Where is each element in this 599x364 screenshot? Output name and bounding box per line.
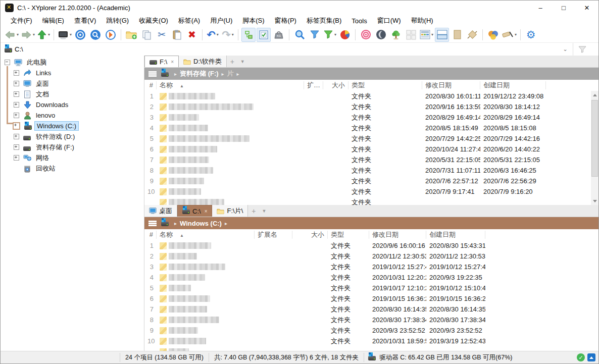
file-name-redacted[interactable] [157, 199, 304, 205]
menu-item-12[interactable]: 窗口(W) [372, 15, 406, 26]
forward-button[interactable]: ▾ [20, 28, 35, 42]
tree-item-label[interactable]: lenovo [33, 111, 58, 120]
address-input[interactable]: C:\ [15, 45, 23, 53]
tree-item-label[interactable]: 桌面 [33, 78, 52, 89]
highlight-roller-button[interactable]: ▾ [501, 28, 517, 42]
tree-item-资料存储-f-[interactable]: 资料存储 (F:) [1, 142, 144, 152]
breadcrumb-menu-icon[interactable] [148, 71, 157, 77]
file-name-redacted[interactable] [157, 338, 255, 345]
file-row[interactable]: 9文件夹2020/9/3 23:52:522020/9/3 23:52:52 [144, 325, 598, 336]
column-header-size[interactable]: 大小 [323, 81, 348, 89]
file-row[interactable]: 9文件夹2020/7/6 22:57:122020/7/6 22:56:29 [144, 176, 598, 186]
file-name-redacted[interactable] [157, 327, 255, 334]
tab-list-dropdown-icon[interactable]: ▼ [259, 205, 269, 217]
expander-plus-icon[interactable] [14, 113, 19, 118]
tree-item-文档[interactable]: 文档 [1, 89, 144, 99]
checkbox-mode-button[interactable] [257, 28, 271, 42]
tree-item-网络[interactable]: 网络 [1, 152, 144, 163]
tab-label[interactable]: 桌面 [159, 206, 172, 216]
file-name-redacted[interactable] [157, 264, 255, 271]
new-tab-button[interactable]: + [227, 56, 238, 67]
undo-button[interactable]: ↶▾ [206, 28, 220, 42]
column-header-ext[interactable]: 扩… [304, 81, 323, 89]
file-row-partial[interactable] [144, 346, 598, 351]
menu-item-1[interactable]: 文件(F) [6, 15, 37, 26]
file-name-redacted[interactable] [157, 295, 255, 302]
tab-close-icon[interactable]: × [171, 59, 174, 65]
file-name-redacted[interactable] [157, 114, 304, 121]
live-search-button[interactable] [292, 28, 307, 42]
live-filter-box[interactable] [573, 46, 598, 53]
menu-item-8[interactable]: 脚本(S) [237, 15, 269, 26]
menu-item-2[interactable]: 编辑(E) [37, 15, 69, 26]
statistics-button[interactable] [338, 28, 352, 42]
goto-button[interactable] [104, 28, 118, 42]
file-row[interactable]: 7文件夹2020/8/30 16:14:352020/8/30 16:14:35 [144, 304, 598, 315]
file-name-redacted[interactable] [157, 146, 304, 153]
top-scrollbar[interactable] [591, 91, 598, 205]
filter-button[interactable] [308, 28, 322, 42]
tree-item-回收站[interactable]: 回收站 [1, 163, 144, 174]
tree-item-windows-c-[interactable]: Windows (C:) [1, 121, 144, 131]
tree-item-此电脑[interactable]: 此电脑 [1, 57, 144, 68]
file-name-redacted[interactable] [157, 274, 255, 281]
tree-item-label[interactable]: 回收站 [33, 163, 58, 174]
tree-toggle-button[interactable] [241, 28, 256, 42]
file-row[interactable]: 5文件夹2020/7/29 14:42:252020/7/29 14:42:16 [144, 133, 598, 144]
menu-item-3[interactable]: 查看(V) [69, 15, 101, 26]
file-row[interactable]: 2文件夹2020/9/16 16:13:592020/8/30 18:14:12 [144, 101, 598, 112]
file-row[interactable]: 7文件夹2020/5/31 22:15:052020/5/31 22:15:05 [144, 154, 598, 165]
up-button[interactable]: ▾ [36, 28, 51, 42]
address-dropdown-chevron-icon[interactable]: ⌄ [558, 46, 573, 53]
file-row[interactable]: 10文件夹2020/7/9 9:17:412020/7/9 9:16:20 [144, 186, 598, 197]
redo-button[interactable]: ↷▾ [221, 28, 235, 42]
column-header-name[interactable]: 名称▲ [157, 81, 304, 89]
expander-plus-icon[interactable] [14, 102, 19, 108]
file-row[interactable]: 3文件夹2020/8/29 16:49:142020/8/29 16:49:14 [144, 112, 598, 123]
column-header-mod[interactable]: 修改日期 [422, 81, 480, 89]
breadcrumb-segment[interactable]: Windows (C:) [180, 220, 222, 227]
details-view-button[interactable]: ▾ [419, 28, 434, 42]
menu-item-13[interactable]: 帮助(H) [406, 15, 438, 26]
tree-item-label[interactable]: Links [33, 68, 54, 78]
file-row-partial[interactable]: 文件夹 [144, 197, 598, 205]
expander-plus-icon[interactable] [14, 134, 19, 139]
maximize-button[interactable]: □ [552, 1, 575, 15]
tab-c-[interactable]: C:\× [177, 205, 212, 217]
tab-close-icon[interactable]: × [205, 209, 208, 214]
file-row[interactable]: 6文件夹2019/10/15 16:36:242019/10/15 16:36:… [144, 293, 598, 304]
minimize-button[interactable]: – [529, 1, 552, 15]
configuration-button[interactable]: ⚙ [524, 28, 538, 42]
tab-list-dropdown-icon[interactable]: ▼ [238, 56, 247, 67]
tree-item-label[interactable]: 文档 [33, 89, 52, 100]
file-row[interactable]: 10文件夹2020/10/31 18:59:502019/3/19 12:52:… [144, 336, 598, 346]
color-filter-button[interactable] [486, 28, 500, 42]
dropdown-caret-icon[interactable]: ▾ [431, 32, 433, 37]
file-name-redacted[interactable] [157, 178, 304, 185]
file-name-redacted[interactable] [157, 242, 255, 249]
cut-button[interactable]: ✂ [155, 28, 169, 42]
spot-and-jump-button[interactable] [359, 28, 373, 42]
delete-button[interactable]: ✖ [185, 28, 199, 42]
tree-item-links[interactable]: Links [1, 68, 144, 78]
dropdown-caret-icon[interactable]: ▾ [48, 32, 50, 37]
tab-f-片-[interactable]: F:\片\ [212, 205, 248, 217]
tab-label[interactable]: D:\软件类 [193, 57, 222, 66]
tab-桌面[interactable]: 桌面 [144, 205, 177, 217]
column-header-type[interactable]: 类型 [348, 81, 422, 89]
file-name-redacted[interactable] [157, 306, 255, 313]
tab-label[interactable]: C:\ [192, 207, 201, 215]
file-name-redacted[interactable] [157, 125, 304, 132]
calc-size-button[interactable]: KG [272, 28, 286, 42]
find-files-button[interactable] [88, 28, 103, 42]
file-row[interactable]: 4文件夹2020/10/31 12:20:252020/9/3 19:22:35 [144, 272, 598, 283]
file-row[interactable]: 4文件夹2020/8/5 18:15:492020/8/5 18:15:08 [144, 123, 598, 133]
new-tab-button[interactable]: + [248, 205, 259, 217]
paste-button[interactable] [170, 28, 184, 42]
scroll-thumb[interactable] [591, 100, 598, 177]
column-header-mod[interactable]: 修改日期 [369, 231, 426, 239]
expander-plus-icon[interactable] [14, 144, 19, 150]
fullscreen-preview-button[interactable]: ▾ [57, 28, 72, 42]
column-header-size[interactable]: 大小 [292, 231, 328, 239]
status-expand-icon[interactable] [587, 353, 595, 361]
